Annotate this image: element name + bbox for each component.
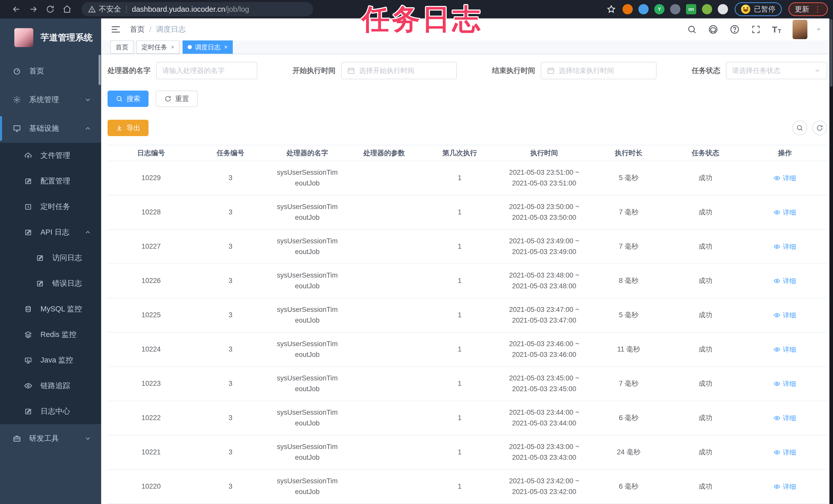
sidebar-scrollbar-thumb[interactable] (99, 55, 101, 85)
start-time-picker[interactable] (341, 62, 457, 79)
github-icon[interactable] (708, 24, 718, 34)
execute-time-cell: 2021-05-03 23:42:00 ~ 2021-05-03 23:42:0… (499, 476, 589, 497)
sidebar-item-链路追踪[interactable]: 链路追踪 (0, 373, 101, 399)
handler-name-label: 处理器的名字 (108, 66, 150, 75)
annotation-title: 任务日志 (362, 1, 482, 39)
reload-icon[interactable] (45, 4, 56, 15)
handler-name-cell: sysUserSessionTim eoutJob (266, 407, 348, 429)
end-time-input-field[interactable] (559, 67, 650, 75)
tag-view-tab[interactable]: 调度日志× (183, 41, 233, 54)
sidebar-item-label: 首页 (29, 66, 44, 76)
sidebar-item-首页[interactable]: 首页 (0, 57, 101, 85)
sidebar-item-研发工具[interactable]: 研发工具 (0, 424, 101, 453)
search-button[interactable]: 搜索 (108, 91, 148, 107)
eye-icon (774, 415, 780, 421)
sidebar-item-label: Java 监控 (41, 355, 73, 366)
avatar-caret-icon[interactable] (815, 26, 822, 33)
sidebar-item-系统管理[interactable]: 系统管理 (0, 85, 101, 114)
app-logo-row[interactable]: 芋道管理系统 (0, 19, 101, 57)
page-scrollbar[interactable] (829, 19, 833, 504)
detail-link[interactable]: 详细 (743, 242, 827, 252)
detail-link[interactable]: 详细 (743, 207, 827, 218)
detail-link[interactable]: 详细 (743, 276, 827, 286)
detail-link[interactable]: 详细 (743, 413, 827, 423)
tag-view-tab[interactable]: 定时任务× (137, 41, 180, 54)
table-row: 102213sysUserSessionTim eoutJob12021-05-… (108, 435, 827, 470)
sidebar-item-基础设施[interactable]: 基础设施 (0, 114, 101, 143)
handler-name-input-field[interactable] (162, 67, 251, 75)
table-row: 102273sysUserSessionTim eoutJob12021-05-… (108, 230, 827, 264)
sidebar-item-label: Redis 监控 (41, 329, 76, 340)
export-button[interactable]: 导出 (108, 120, 148, 136)
eye-icon (774, 175, 780, 181)
eye-icon (774, 278, 780, 284)
header-search-icon[interactable] (687, 25, 697, 34)
breadcrumb-home[interactable]: 首页 (130, 24, 145, 34)
close-icon[interactable]: × (171, 44, 174, 51)
forward-icon[interactable] (28, 4, 39, 15)
address-bar[interactable]: 不安全 dashboard.yudao.iocoder.cn /job/log (81, 2, 313, 16)
table-row: 102283sysUserSessionTim eoutJob12021-05-… (108, 196, 827, 230)
extension-on-badge-icon[interactable]: on (686, 4, 696, 14)
fullscreen-icon[interactable] (751, 25, 761, 34)
extension-blue-lamp-icon[interactable] (638, 4, 649, 14)
toggle-search-button[interactable] (792, 121, 807, 135)
job-id-cell: 3 (195, 207, 266, 218)
start-time-input-field[interactable] (359, 67, 451, 75)
bookmark-star-icon[interactable] (605, 4, 617, 15)
help-icon[interactable] (730, 24, 740, 34)
extension-puzzle-icon[interactable] (718, 4, 728, 14)
user-avatar[interactable] (792, 20, 807, 39)
detail-link[interactable]: 详细 (743, 379, 827, 389)
back-icon[interactable] (11, 4, 22, 15)
edit-icon (23, 177, 33, 185)
handler-name-input[interactable] (156, 62, 257, 79)
browser-menu-icon[interactable]: ⋮ (814, 7, 822, 11)
detail-link[interactable]: 详细 (743, 173, 827, 183)
search-actions-row: 搜索 重置 (108, 91, 827, 107)
eye-icon (774, 312, 780, 319)
detail-link[interactable]: 详细 (743, 344, 827, 355)
log-id-cell: 10226 (108, 276, 195, 286)
reset-button[interactable]: 重置 (156, 91, 198, 107)
extension-green-y-icon[interactable]: Y (654, 4, 665, 14)
duration-cell: 6 毫秒 (589, 413, 668, 423)
sidebar-item-文件管理[interactable]: 文件管理 (0, 143, 101, 168)
refresh-table-button[interactable] (812, 121, 827, 135)
handler-name-cell: sysUserSessionTim eoutJob (266, 476, 348, 497)
close-icon[interactable]: × (224, 44, 228, 51)
sidebar-item-错误日志[interactable]: 错误日志 (0, 271, 101, 296)
sidebar-item-定时任务[interactable]: 定时任务 (0, 194, 101, 220)
eye-icon (774, 449, 780, 456)
page-scrollbar-thumb[interactable] (830, 19, 832, 87)
sidebar-item-java-监控[interactable]: Java 监控 (0, 347, 101, 373)
detail-link[interactable]: 详细 (743, 447, 827, 457)
sidebar-item-日志中心[interactable]: 日志中心 (0, 399, 101, 424)
extension-orange-icon[interactable] (622, 4, 633, 14)
status-cell: 成功 (668, 447, 743, 458)
sidebar-item-redis-监控[interactable]: Redis 监控 (0, 322, 101, 347)
browser-update-button[interactable]: 更新 ⋮ (788, 2, 828, 16)
sidebar-item-mysql-监控[interactable]: MySQL 监控 (0, 296, 101, 322)
profile-paused-badge[interactable]: 已暂停 (735, 2, 782, 16)
extension-grid-icon[interactable] (670, 4, 681, 14)
handler-name-cell: sysUserSessionTim eoutJob (266, 270, 348, 292)
job-status-select[interactable]: 请选择任务状态 (726, 62, 827, 79)
detail-link[interactable]: 详细 (743, 481, 827, 492)
tag-view-tab[interactable]: 首页 (110, 41, 134, 54)
sidebar-item-api-日志[interactable]: API 日志 (0, 220, 101, 245)
breadcrumb-separator: / (149, 25, 151, 34)
sidebar-fold-icon[interactable] (110, 24, 121, 35)
extension-leaf-icon[interactable] (702, 4, 712, 14)
security-label[interactable]: 不安全 (99, 4, 121, 14)
execute-time-cell: 2021-05-03 23:51:00 ~ 2021-05-03 23:51:0… (499, 167, 589, 189)
home-icon[interactable] (62, 4, 73, 15)
font-size-icon[interactable]: TT (772, 25, 781, 34)
table-row: 102203sysUserSessionTim eoutJob12021-05-… (108, 470, 827, 504)
log-id-cell: 10224 (108, 344, 195, 355)
sidebar-item-label: MySQL 监控 (41, 304, 82, 314)
end-time-picker[interactable] (541, 62, 657, 79)
detail-link[interactable]: 详细 (743, 310, 827, 320)
sidebar-item-访问日志[interactable]: 访问日志 (0, 245, 101, 271)
sidebar-item-配置管理[interactable]: 配置管理 (0, 168, 101, 194)
